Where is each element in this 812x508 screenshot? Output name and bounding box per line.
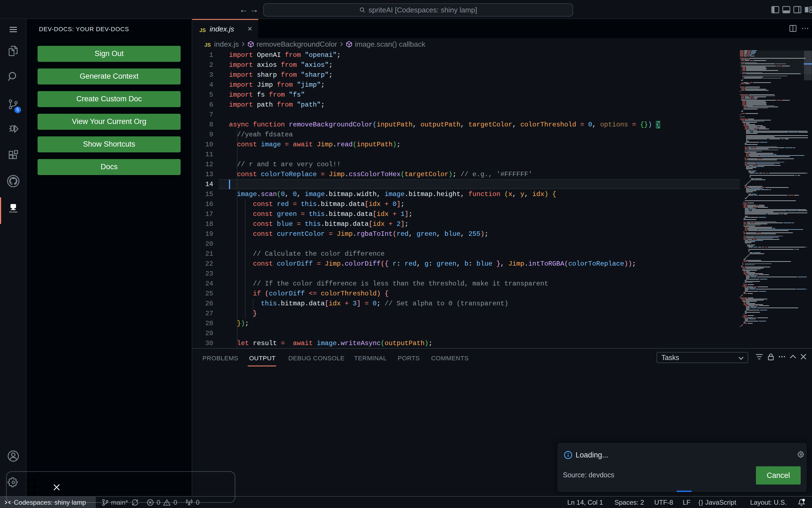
svg-text:Dev-Docs: Dev-Docs	[9, 211, 18, 213]
